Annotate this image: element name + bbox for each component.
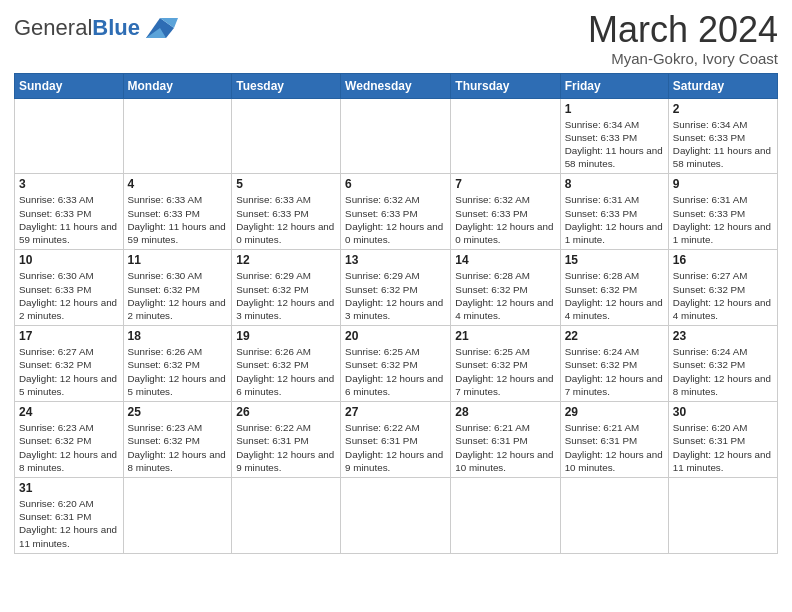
day-info: Sunrise: 6:34 AM Sunset: 6:33 PM Dayligh… — [565, 118, 664, 171]
day-number: 9 — [673, 177, 773, 191]
calendar-week-0: 1Sunrise: 6:34 AM Sunset: 6:33 PM Daylig… — [15, 98, 778, 174]
logo-general: General — [14, 15, 92, 40]
logo-wordmark: GeneralBlue — [14, 17, 140, 39]
calendar-cell: 18Sunrise: 6:26 AM Sunset: 6:32 PM Dayli… — [123, 326, 232, 402]
day-number: 22 — [565, 329, 664, 343]
day-number: 10 — [19, 253, 119, 267]
day-number: 28 — [455, 405, 555, 419]
calendar-cell: 29Sunrise: 6:21 AM Sunset: 6:31 PM Dayli… — [560, 402, 668, 478]
day-number: 8 — [565, 177, 664, 191]
day-info: Sunrise: 6:33 AM Sunset: 6:33 PM Dayligh… — [128, 193, 228, 246]
day-number: 27 — [345, 405, 446, 419]
header-wednesday: Wednesday — [341, 73, 451, 98]
calendar-cell: 30Sunrise: 6:20 AM Sunset: 6:31 PM Dayli… — [668, 402, 777, 478]
day-info: Sunrise: 6:31 AM Sunset: 6:33 PM Dayligh… — [673, 193, 773, 246]
day-info: Sunrise: 6:28 AM Sunset: 6:32 PM Dayligh… — [455, 269, 555, 322]
day-number: 7 — [455, 177, 555, 191]
day-info: Sunrise: 6:26 AM Sunset: 6:32 PM Dayligh… — [236, 345, 336, 398]
day-number: 15 — [565, 253, 664, 267]
day-number: 24 — [19, 405, 119, 419]
calendar-cell: 27Sunrise: 6:22 AM Sunset: 6:31 PM Dayli… — [341, 402, 451, 478]
calendar-cell: 28Sunrise: 6:21 AM Sunset: 6:31 PM Dayli… — [451, 402, 560, 478]
calendar-week-4: 24Sunrise: 6:23 AM Sunset: 6:32 PM Dayli… — [15, 402, 778, 478]
calendar-week-5: 31Sunrise: 6:20 AM Sunset: 6:31 PM Dayli… — [15, 477, 778, 553]
day-number: 29 — [565, 405, 664, 419]
day-info: Sunrise: 6:32 AM Sunset: 6:33 PM Dayligh… — [345, 193, 446, 246]
day-info: Sunrise: 6:24 AM Sunset: 6:32 PM Dayligh… — [673, 345, 773, 398]
calendar-cell: 1Sunrise: 6:34 AM Sunset: 6:33 PM Daylig… — [560, 98, 668, 174]
calendar-cell — [123, 477, 232, 553]
day-number: 6 — [345, 177, 446, 191]
calendar-cell: 31Sunrise: 6:20 AM Sunset: 6:31 PM Dayli… — [15, 477, 124, 553]
day-number: 4 — [128, 177, 228, 191]
calendar-cell: 19Sunrise: 6:26 AM Sunset: 6:32 PM Dayli… — [232, 326, 341, 402]
month-year: March 2024 — [588, 10, 778, 50]
day-info: Sunrise: 6:31 AM Sunset: 6:33 PM Dayligh… — [565, 193, 664, 246]
day-info: Sunrise: 6:22 AM Sunset: 6:31 PM Dayligh… — [236, 421, 336, 474]
day-number: 13 — [345, 253, 446, 267]
day-number: 20 — [345, 329, 446, 343]
calendar-cell: 7Sunrise: 6:32 AM Sunset: 6:33 PM Daylig… — [451, 174, 560, 250]
day-number: 26 — [236, 405, 336, 419]
day-info: Sunrise: 6:27 AM Sunset: 6:32 PM Dayligh… — [19, 345, 119, 398]
day-info: Sunrise: 6:30 AM Sunset: 6:32 PM Dayligh… — [128, 269, 228, 322]
day-number: 14 — [455, 253, 555, 267]
header-sunday: Sunday — [15, 73, 124, 98]
calendar-cell: 17Sunrise: 6:27 AM Sunset: 6:32 PM Dayli… — [15, 326, 124, 402]
logo-blue: Blue — [92, 15, 140, 40]
day-number: 12 — [236, 253, 336, 267]
day-info: Sunrise: 6:20 AM Sunset: 6:31 PM Dayligh… — [19, 497, 119, 550]
calendar-cell: 11Sunrise: 6:30 AM Sunset: 6:32 PM Dayli… — [123, 250, 232, 326]
calendar-cell: 4Sunrise: 6:33 AM Sunset: 6:33 PM Daylig… — [123, 174, 232, 250]
calendar-cell: 10Sunrise: 6:30 AM Sunset: 6:33 PM Dayli… — [15, 250, 124, 326]
calendar-cell: 8Sunrise: 6:31 AM Sunset: 6:33 PM Daylig… — [560, 174, 668, 250]
logo: GeneralBlue — [14, 14, 178, 42]
day-info: Sunrise: 6:25 AM Sunset: 6:32 PM Dayligh… — [345, 345, 446, 398]
header-friday: Friday — [560, 73, 668, 98]
header: GeneralBlue March 2024 Myan-Gokro, Ivory… — [14, 10, 778, 67]
calendar-cell: 24Sunrise: 6:23 AM Sunset: 6:32 PM Dayli… — [15, 402, 124, 478]
calendar-cell — [123, 98, 232, 174]
day-info: Sunrise: 6:26 AM Sunset: 6:32 PM Dayligh… — [128, 345, 228, 398]
weekday-row: Sunday Monday Tuesday Wednesday Thursday… — [15, 73, 778, 98]
calendar-cell — [232, 98, 341, 174]
calendar-cell: 6Sunrise: 6:32 AM Sunset: 6:33 PM Daylig… — [341, 174, 451, 250]
calendar: Sunday Monday Tuesday Wednesday Thursday… — [14, 73, 778, 554]
calendar-week-1: 3Sunrise: 6:33 AM Sunset: 6:33 PM Daylig… — [15, 174, 778, 250]
day-number: 19 — [236, 329, 336, 343]
header-saturday: Saturday — [668, 73, 777, 98]
calendar-cell: 16Sunrise: 6:27 AM Sunset: 6:32 PM Dayli… — [668, 250, 777, 326]
calendar-cell: 22Sunrise: 6:24 AM Sunset: 6:32 PM Dayli… — [560, 326, 668, 402]
logo-icon — [142, 14, 178, 42]
calendar-cell — [341, 477, 451, 553]
calendar-cell: 12Sunrise: 6:29 AM Sunset: 6:32 PM Dayli… — [232, 250, 341, 326]
calendar-cell — [668, 477, 777, 553]
calendar-cell: 5Sunrise: 6:33 AM Sunset: 6:33 PM Daylig… — [232, 174, 341, 250]
day-number: 18 — [128, 329, 228, 343]
location: Myan-Gokro, Ivory Coast — [588, 50, 778, 67]
calendar-cell: 20Sunrise: 6:25 AM Sunset: 6:32 PM Dayli… — [341, 326, 451, 402]
page: GeneralBlue March 2024 Myan-Gokro, Ivory… — [0, 0, 792, 612]
day-info: Sunrise: 6:25 AM Sunset: 6:32 PM Dayligh… — [455, 345, 555, 398]
day-info: Sunrise: 6:21 AM Sunset: 6:31 PM Dayligh… — [455, 421, 555, 474]
day-number: 30 — [673, 405, 773, 419]
day-info: Sunrise: 6:20 AM Sunset: 6:31 PM Dayligh… — [673, 421, 773, 474]
calendar-cell — [232, 477, 341, 553]
day-number: 5 — [236, 177, 336, 191]
day-number: 2 — [673, 102, 773, 116]
calendar-week-3: 17Sunrise: 6:27 AM Sunset: 6:32 PM Dayli… — [15, 326, 778, 402]
day-info: Sunrise: 6:21 AM Sunset: 6:31 PM Dayligh… — [565, 421, 664, 474]
day-info: Sunrise: 6:27 AM Sunset: 6:32 PM Dayligh… — [673, 269, 773, 322]
day-info: Sunrise: 6:33 AM Sunset: 6:33 PM Dayligh… — [236, 193, 336, 246]
calendar-header: Sunday Monday Tuesday Wednesday Thursday… — [15, 73, 778, 98]
calendar-week-2: 10Sunrise: 6:30 AM Sunset: 6:33 PM Dayli… — [15, 250, 778, 326]
day-info: Sunrise: 6:32 AM Sunset: 6:33 PM Dayligh… — [455, 193, 555, 246]
day-number: 21 — [455, 329, 555, 343]
calendar-cell: 26Sunrise: 6:22 AM Sunset: 6:31 PM Dayli… — [232, 402, 341, 478]
day-number: 25 — [128, 405, 228, 419]
day-info: Sunrise: 6:24 AM Sunset: 6:32 PM Dayligh… — [565, 345, 664, 398]
title-block: March 2024 Myan-Gokro, Ivory Coast — [588, 10, 778, 67]
day-number: 31 — [19, 481, 119, 495]
calendar-cell: 21Sunrise: 6:25 AM Sunset: 6:32 PM Dayli… — [451, 326, 560, 402]
calendar-cell — [15, 98, 124, 174]
